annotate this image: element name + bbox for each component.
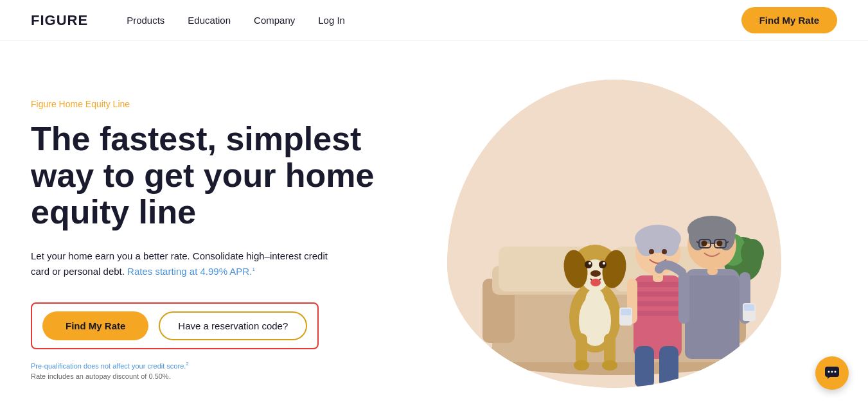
nav-company[interactable]: Company [254,15,295,26]
svg-point-21 [603,262,605,265]
svg-rect-31 [633,292,682,297]
hero-eyebrow: Figure Home Equity Line [31,99,391,109]
svg-rect-32 [633,301,682,306]
svg-point-51 [701,241,707,247]
svg-rect-44 [621,309,631,315]
svg-rect-64 [659,346,678,388]
svg-point-67 [831,371,833,373]
hero-content: Figure Home Equity Line The fastest, sim… [31,86,391,381]
footnote-sup-1: 1 [252,266,254,272]
nav-education[interactable]: Education [188,15,231,26]
reservation-code-button[interactable]: Have a reservation code? [159,311,307,340]
nav-find-rate-button[interactable]: Find My Rate [741,7,837,33]
navbar: FIGURE Products Education Company Log In… [0,0,868,41]
svg-point-66 [828,371,830,373]
hero-illustration [447,80,781,388]
svg-point-38 [649,249,654,254]
svg-point-19 [599,261,607,268]
svg-point-18 [585,261,592,268]
footnote-sup-2: 2 [186,361,188,367]
find-my-rate-button[interactable]: Find My Rate [42,311,148,340]
hero-title: The fastest, simplest way to get your ho… [31,121,391,231]
svg-point-23 [590,279,601,286]
chat-icon [824,365,840,381]
footnote2-text: Rate includes an autopay discount of 0.5… [31,372,391,380]
svg-point-27 [602,360,617,370]
hero-image [447,80,781,388]
svg-point-22 [590,270,601,277]
logo: FIGURE [31,12,88,29]
svg-point-26 [574,360,589,370]
svg-point-11 [741,239,764,267]
hero-description: Let your home earn you a better rate. Co… [31,248,339,279]
svg-rect-59 [678,272,689,324]
nav-login[interactable]: Log In [318,15,345,26]
footnote-prequalification: Pre-qualification does not affect your c… [31,361,391,380]
svg-rect-63 [635,346,654,388]
svg-rect-62 [744,304,754,311]
svg-point-39 [662,249,667,254]
svg-rect-46 [685,275,740,359]
svg-rect-33 [633,311,682,316]
hero-section: Figure Home Equity Line The fastest, sim… [0,41,868,409]
svg-rect-58 [707,267,718,275]
nav-links: Products Education Company Log In [127,15,741,26]
svg-rect-30 [633,282,682,287]
hero-image-area [391,80,837,388]
svg-point-28 [585,288,605,314]
svg-point-52 [716,241,722,247]
footnote1-text: Pre-qualification does not affect your c… [31,362,186,370]
chat-button[interactable] [815,356,849,390]
cta-button-group: Find My Rate Have a reservation code? [31,302,319,349]
svg-point-20 [589,262,591,265]
svg-rect-40 [653,272,663,282]
svg-point-68 [835,371,837,373]
nav-products[interactable]: Products [127,15,164,26]
hero-desc-rates: Rates starting at 4.99% APR.1 [127,266,255,277]
